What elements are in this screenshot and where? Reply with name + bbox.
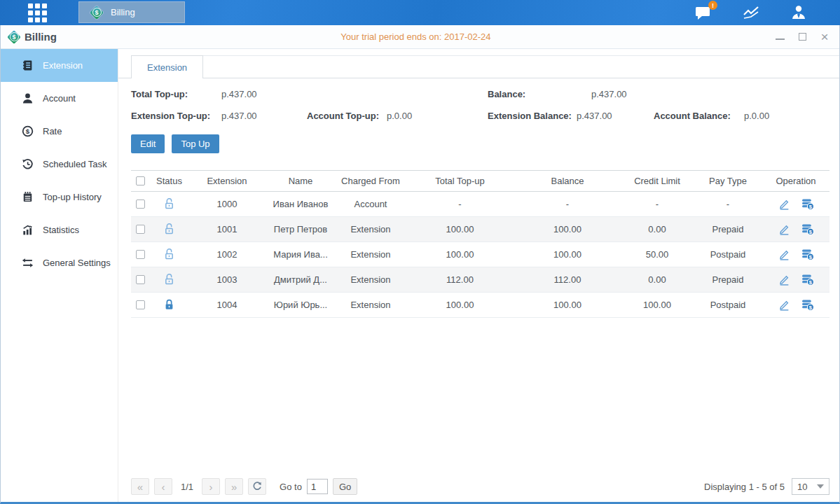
cell-balance: 100.00 (514, 242, 621, 267)
messages-icon[interactable]: ! (695, 5, 712, 20)
line-chart-icon[interactable] (743, 6, 760, 20)
notification-badge: ! (708, 1, 717, 10)
table-row[interactable]: 1004 Юрий Юрь... Extension 100.00 100.00… (131, 293, 829, 318)
sidebar-item-label: General Settings (43, 258, 111, 268)
last-page-button[interactable]: » (225, 478, 243, 495)
arrows-exchange-icon (22, 257, 34, 269)
top-up-coins-icon[interactable]: $ (801, 223, 814, 235)
top-up-coins-icon[interactable]: $ (801, 299, 814, 311)
cell-total-topup: 112.00 (406, 267, 514, 293)
status-lock-icon (163, 198, 175, 209)
minimize-button[interactable] (775, 32, 785, 42)
main-panel: Extension Total Top-up: p.437.00 Balance… (118, 49, 839, 502)
sidebar-item-general-settings[interactable]: General Settings (1, 246, 118, 279)
cell-charged-from: Extension (336, 242, 406, 267)
first-page-button[interactable]: « (131, 478, 149, 495)
cell-pay-type: Prepaid (694, 217, 762, 242)
row-checkbox[interactable] (136, 275, 145, 284)
trial-notice: Your trial period ends on: 2017-02-24 (57, 31, 775, 42)
go-button[interactable]: Go (333, 478, 357, 495)
account-topup-value: p.0.00 (387, 111, 412, 121)
cell-pay-type: Prepaid (694, 267, 762, 293)
col-operation: Operation (762, 171, 829, 192)
sidebar-item-rate[interactable]: $ Rate (1, 115, 118, 148)
cell-extension: 1003 (188, 267, 266, 293)
window-title: Billing (25, 31, 57, 43)
cell-balance: 100.00 (514, 217, 621, 242)
cell-balance: - (514, 192, 621, 217)
balance-label: Balance: (488, 89, 525, 99)
extension-topup-label: Extension Top-up: (131, 111, 210, 121)
extension-balance-value: p.437.00 (577, 111, 612, 121)
cell-credit-limit: 0.00 (621, 217, 694, 242)
bar-chart-icon (22, 224, 34, 236)
dollar-circle-icon: $ (22, 125, 34, 137)
edit-pencil-icon[interactable] (778, 274, 790, 286)
tab-extension[interactable]: Extension (131, 55, 203, 78)
edit-pencil-icon[interactable] (778, 198, 790, 210)
cell-charged-from: Extension (336, 293, 406, 318)
row-checkbox[interactable] (136, 300, 145, 309)
row-checkbox[interactable] (136, 250, 145, 259)
sidebar-item-label: Rate (43, 126, 62, 136)
extensions-table: Status Extension Name Charged From Total… (131, 170, 829, 318)
app-launcher-grid-icon[interactable] (25, 4, 49, 22)
cell-charged-from: Account (336, 192, 406, 217)
user-account-icon[interactable] (791, 5, 806, 20)
table-row[interactable]: 1002 Мария Ива... Extension 100.00 100.0… (131, 242, 829, 267)
sidebar-item-extension[interactable]: Extension (1, 49, 118, 82)
cell-name: Мария Ива... (266, 242, 336, 267)
sidebar-item-topup-history[interactable]: Top-up History (1, 181, 118, 214)
ledger-icon (22, 191, 34, 203)
clock-history-icon (22, 158, 34, 170)
sidebar: Extension Account $ Rate Scheduled Task … (1, 49, 118, 502)
top-up-coins-icon[interactable]: $ (801, 248, 814, 260)
col-pay-type: Pay Type (694, 171, 762, 192)
top-up-coins-icon[interactable]: $ (801, 274, 814, 286)
cell-balance: 112.00 (514, 267, 621, 293)
table-row[interactable]: 1000 Иван Иванов Account - - - - $ (131, 192, 829, 217)
col-status: Status (150, 171, 188, 192)
balance-summary: Total Top-up: p.437.00 Balance: p.437.00… (131, 84, 829, 127)
cell-balance: 100.00 (514, 293, 621, 318)
status-lock-icon (163, 299, 175, 309)
page-size-dropdown[interactable]: 10 (792, 478, 829, 495)
sidebar-item-label: Scheduled Task (43, 159, 107, 169)
table-row[interactable]: 1003 Дмитрий Д... Extension 112.00 112.0… (131, 267, 829, 293)
goto-page-input[interactable] (307, 479, 328, 494)
edit-pencil-icon[interactable] (778, 223, 790, 235)
next-page-button[interactable]: › (202, 478, 220, 495)
page-indicator: 1/1 (181, 482, 193, 492)
cell-credit-limit: 50.00 (621, 242, 694, 267)
refresh-button[interactable] (248, 478, 266, 495)
sidebar-item-label: Extension (43, 60, 83, 71)
row-checkbox[interactable] (136, 225, 145, 234)
close-button[interactable]: × (820, 32, 829, 42)
maximize-button[interactable] (797, 32, 807, 42)
cell-name: Иван Иванов (266, 192, 336, 217)
page-size-value: 10 (797, 482, 807, 492)
table-row[interactable]: 1001 Петр Петров Extension 100.00 100.00… (131, 217, 829, 242)
status-lock-icon (163, 223, 175, 234)
goto-label: Go to (280, 482, 302, 492)
topbar-tab-billing[interactable]: $ Billing (78, 1, 185, 23)
topbar-tab-label: Billing (111, 7, 135, 18)
col-charged-from: Charged From (336, 171, 406, 192)
sidebar-item-statistics[interactable]: Statistics (1, 214, 118, 246)
edit-pencil-icon[interactable] (778, 299, 790, 311)
cell-total-topup: - (406, 192, 514, 217)
edit-pencil-icon[interactable] (778, 248, 790, 260)
pagination-bar: « ‹ 1/1 › » Go to Go Displaying 1 - 5 of… (131, 478, 829, 495)
sidebar-item-scheduled-task[interactable]: Scheduled Task (1, 148, 118, 181)
person-icon (22, 92, 34, 104)
top-up-button[interactable]: Top Up (172, 134, 219, 153)
edit-button[interactable]: Edit (131, 134, 165, 153)
col-name: Name (266, 171, 336, 192)
sidebar-item-account[interactable]: Account (1, 82, 118, 115)
top-up-coins-icon[interactable]: $ (801, 198, 814, 210)
select-all-checkbox[interactable] (136, 176, 145, 186)
row-checkbox[interactable] (136, 200, 145, 209)
cell-extension: 1002 (188, 242, 266, 267)
prev-page-button[interactable]: ‹ (154, 478, 172, 495)
account-topup-label: Account Top-up: (307, 111, 379, 121)
